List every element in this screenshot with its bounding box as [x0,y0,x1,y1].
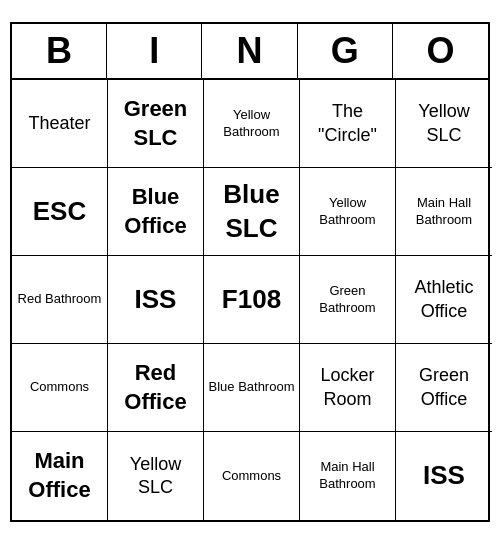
bingo-cell-3[interactable]: The "Circle" [300,80,396,168]
cell-text-8: Yellow Bathroom [304,195,391,229]
bingo-cell-13[interactable]: Green Bathroom [300,256,396,344]
header-n: N [202,24,297,78]
cell-text-6: Blue Office [112,183,199,240]
bingo-cell-8[interactable]: Yellow Bathroom [300,168,396,256]
bingo-cell-11[interactable]: ISS [108,256,204,344]
cell-text-9: Main Hall Bathroom [400,195,488,229]
cell-text-23: Main Hall Bathroom [304,459,391,493]
bingo-cell-21[interactable]: Yellow SLC [108,432,204,520]
bingo-grid: TheaterGreen SLCYellow BathroomThe "Circ… [12,80,488,520]
cell-text-2: Yellow Bathroom [208,107,295,141]
cell-text-10: Red Bathroom [18,291,102,308]
cell-text-4: Yellow SLC [400,100,488,147]
bingo-cell-5[interactable]: ESC [12,168,108,256]
bingo-cell-6[interactable]: Blue Office [108,168,204,256]
cell-text-0: Theater [28,112,90,135]
header-o: O [393,24,488,78]
cell-text-19: Green Office [400,364,488,411]
bingo-card: B I N G O TheaterGreen SLCYellow Bathroo… [10,22,490,522]
bingo-cell-15[interactable]: Commons [12,344,108,432]
cell-text-18: Locker Room [304,364,391,411]
bingo-cell-16[interactable]: Red Office [108,344,204,432]
cell-text-5: ESC [33,195,86,229]
bingo-cell-9[interactable]: Main Hall Bathroom [396,168,492,256]
cell-text-3: The "Circle" [304,100,391,147]
cell-text-12: F108 [222,283,281,317]
bingo-cell-22[interactable]: Commons [204,432,300,520]
cell-text-11: ISS [135,283,177,317]
header-i: I [107,24,202,78]
bingo-cell-20[interactable]: Main Office [12,432,108,520]
bingo-header: B I N G O [12,24,488,80]
bingo-cell-17[interactable]: Blue Bathroom [204,344,300,432]
cell-text-22: Commons [222,468,281,485]
bingo-cell-23[interactable]: Main Hall Bathroom [300,432,396,520]
bingo-cell-18[interactable]: Locker Room [300,344,396,432]
cell-text-21: Yellow SLC [112,453,199,500]
cell-text-7: Blue SLC [208,178,295,246]
cell-text-16: Red Office [112,359,199,416]
bingo-cell-14[interactable]: Athletic Office [396,256,492,344]
bingo-cell-7[interactable]: Blue SLC [204,168,300,256]
bingo-cell-24[interactable]: ISS [396,432,492,520]
bingo-cell-4[interactable]: Yellow SLC [396,80,492,168]
cell-text-24: ISS [423,459,465,493]
bingo-cell-0[interactable]: Theater [12,80,108,168]
bingo-cell-10[interactable]: Red Bathroom [12,256,108,344]
bingo-cell-1[interactable]: Green SLC [108,80,204,168]
cell-text-1: Green SLC [112,95,199,152]
cell-text-13: Green Bathroom [304,283,391,317]
cell-text-15: Commons [30,379,89,396]
cell-text-17: Blue Bathroom [209,379,295,396]
header-g: G [298,24,393,78]
cell-text-20: Main Office [16,447,103,504]
bingo-cell-19[interactable]: Green Office [396,344,492,432]
cell-text-14: Athletic Office [400,276,488,323]
bingo-cell-2[interactable]: Yellow Bathroom [204,80,300,168]
bingo-cell-12[interactable]: F108 [204,256,300,344]
header-b: B [12,24,107,78]
